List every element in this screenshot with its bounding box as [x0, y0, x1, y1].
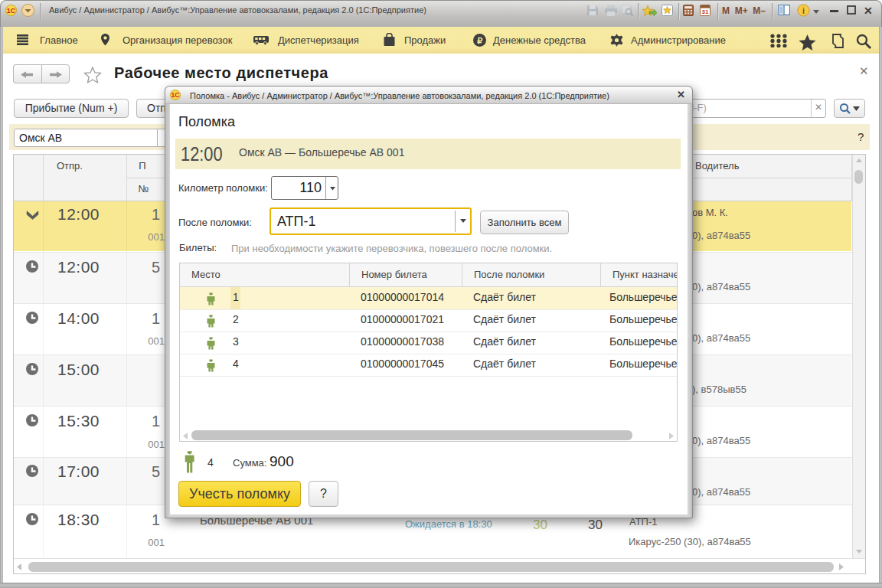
svg-text:i: i [802, 6, 805, 15]
svg-text:1С: 1С [172, 91, 180, 99]
svg-text:1С: 1С [7, 7, 16, 15]
svg-text:31: 31 [702, 8, 709, 15]
svg-text:₽: ₽ [477, 36, 482, 45]
